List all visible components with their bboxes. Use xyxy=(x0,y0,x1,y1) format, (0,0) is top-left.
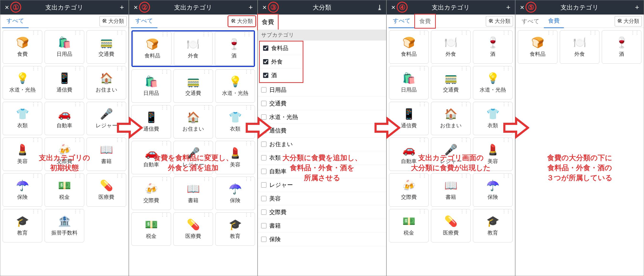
subcategory-row[interactable]: 水道・光熱 xyxy=(258,110,386,124)
subcategory-row[interactable]: 外食 xyxy=(260,55,303,69)
subcategory-row[interactable]: 交通費 xyxy=(258,97,386,110)
category-card[interactable]: ⋮⋮ ☂️ 保険 xyxy=(216,177,255,210)
category-card[interactable]: ⋮⋮ 🍞 食料品 xyxy=(518,30,558,64)
subcategory-checkbox[interactable] xyxy=(263,73,268,78)
category-card[interactable]: ⋮⋮ 🛍️ 日用品 xyxy=(44,30,84,64)
subcategory-label: 保険 xyxy=(269,236,281,243)
category-card[interactable]: ⋮⋮ 💡 水道・光熱 xyxy=(2,66,42,99)
category-card[interactable]: ⋮⋮ 👕 衣類 xyxy=(2,102,42,135)
subcategory-row[interactable]: 通信費 xyxy=(258,124,386,138)
bigcategory-button[interactable]: 🛠大分類 xyxy=(615,16,642,26)
category-card[interactable]: ⋮⋮ 🍽️ 外食 xyxy=(560,30,600,64)
header-action-icon[interactable]: + xyxy=(632,3,642,11)
header-action-icon[interactable]: + xyxy=(117,3,127,11)
tab-all[interactable]: すべて xyxy=(517,14,544,28)
header-action-icon[interactable]: + xyxy=(504,3,513,11)
category-card[interactable]: ⋮⋮ 📖 書籍 xyxy=(431,173,470,207)
category-label: 書籍 xyxy=(446,194,456,201)
drag-dots-icon: ⋮⋮ xyxy=(202,143,211,144)
subcategory-checkbox[interactable] xyxy=(261,87,266,92)
bigcategory-button[interactable]: 🛠大分類 xyxy=(228,16,256,26)
category-icon: 👕 xyxy=(486,108,500,120)
subcategory-row[interactable]: 交際費 xyxy=(258,206,386,219)
subcategory-checkbox[interactable] xyxy=(263,59,268,64)
category-card[interactable]: ⋮⋮ 💊 医療費 xyxy=(431,209,470,242)
caption: 食費を食料品に変更し、 外食と酒を追加 xyxy=(154,153,233,173)
tab-food[interactable]: 食費 xyxy=(544,14,564,28)
subcategory-checkbox[interactable] xyxy=(261,169,266,174)
category-icon: 🚃 xyxy=(100,36,113,49)
category-card[interactable]: ⋮⋮ 💊 医療費 xyxy=(86,173,126,207)
category-label: 書籍 xyxy=(188,197,198,204)
category-card[interactable]: ⋮⋮ 📖 書籍 xyxy=(174,177,213,210)
category-card[interactable]: ⋮⋮ ☂️ 保険 xyxy=(473,173,512,207)
drag-dots-icon: ⋮⋮ xyxy=(160,143,169,144)
category-card[interactable]: ⋮⋮ 🍞 食費 xyxy=(2,30,42,64)
subcategory-checkbox[interactable] xyxy=(261,237,266,242)
category-icon: 🍞 xyxy=(402,36,416,49)
category-card[interactable]: ⋮⋮ 🚃 交通費 xyxy=(86,30,126,64)
subcategory-checkbox[interactable] xyxy=(263,45,268,51)
bigcategory-name-input[interactable]: 食費 xyxy=(258,14,278,29)
subcategory-row[interactable]: 食料品 xyxy=(260,41,303,55)
category-card[interactable]: ⋮⋮ 🍷 酒 xyxy=(215,32,253,65)
category-icon: 🍽️ xyxy=(186,38,200,50)
bigcategory-button[interactable]: 🛠大分類 xyxy=(100,16,127,26)
header-action-icon[interactable]: + xyxy=(246,3,256,11)
tools-icon: 🛠 xyxy=(617,18,622,24)
category-card[interactable]: ⋮⋮ 🍻 交際費 xyxy=(389,173,428,207)
category-card[interactable]: ⋮⋮ 🍷 酒 xyxy=(602,30,642,64)
category-card[interactable]: ⋮⋮ 🍻 交際費 xyxy=(132,177,171,210)
tab-food[interactable]: 食費 xyxy=(415,14,435,28)
subcategory-row[interactable]: 保険 xyxy=(258,233,386,246)
category-card[interactable]: ⋮⋮ 💵 税金 xyxy=(132,212,171,246)
subcategory-checkbox[interactable] xyxy=(261,101,266,106)
category-card[interactable]: ⋮⋮ 🍞 食料品 xyxy=(133,32,172,65)
category-card[interactable]: ⋮⋮ 🚃 交通費 xyxy=(431,66,470,99)
category-card[interactable]: ⋮⋮ 🎓 教育 xyxy=(216,212,255,246)
drag-dots-icon: ⋮⋮ xyxy=(460,68,468,69)
subcategory-checkbox[interactable] xyxy=(261,155,266,160)
category-card[interactable]: ⋮⋮ 🍷 酒 xyxy=(473,30,512,64)
subcategory-row[interactable]: お住まい xyxy=(258,138,386,151)
subcategory-row[interactable]: 日用品 xyxy=(258,83,386,97)
header-title: 支出カテゴリ xyxy=(140,3,246,12)
category-card[interactable]: ⋮⋮ 🏠 お住まい xyxy=(431,102,470,135)
category-card[interactable]: ⋮⋮ ☂️ 保険 xyxy=(2,173,42,207)
category-card[interactable]: ⋮⋮ 🚗 自動車 xyxy=(44,102,84,135)
category-card[interactable]: ⋮⋮ 🍽️ 外食 xyxy=(174,32,212,65)
subcategory-row[interactable]: 酒 xyxy=(260,69,303,82)
category-card[interactable]: ⋮⋮ 📖 書籍 xyxy=(86,138,126,171)
header-action-icon[interactable]: ⤓ xyxy=(375,3,384,12)
subcategory-checkbox[interactable] xyxy=(261,210,266,215)
subcategory-checkbox[interactable] xyxy=(261,223,266,228)
category-card[interactable]: ⋮⋮ 💵 税金 xyxy=(44,173,84,207)
subcategory-checkbox[interactable] xyxy=(261,142,266,147)
tab-all[interactable]: すべて xyxy=(388,14,415,28)
subcategory-checkbox[interactable] xyxy=(261,182,266,188)
category-card[interactable]: ⋮⋮ 🏦 振替手数料 xyxy=(44,209,84,242)
category-card[interactable]: ⋮⋮ 💄 美容 xyxy=(2,138,42,171)
subcategory-checkbox[interactable] xyxy=(261,196,266,201)
category-card[interactable]: ⋮⋮ 💡 水道・光熱 xyxy=(473,66,512,99)
category-card[interactable]: ⋮⋮ 🍽️ 外食 xyxy=(431,30,470,64)
category-card[interactable]: ⋮⋮ 💊 医療費 xyxy=(174,212,213,246)
category-card[interactable]: ⋮⋮ 📱 通信費 xyxy=(44,66,84,99)
subcategory-row[interactable]: 美容 xyxy=(258,192,386,206)
category-card[interactable]: ⋮⋮ 🚃 交通費 xyxy=(174,69,213,103)
category-card[interactable]: ⋮⋮ 🎓 教育 xyxy=(473,209,512,242)
category-card[interactable]: ⋮⋮ 🍞 食料品 xyxy=(389,30,428,64)
tab-all[interactable]: すべて xyxy=(131,14,158,28)
category-card[interactable]: ⋮⋮ 🎓 教育 xyxy=(2,209,42,242)
category-card[interactable]: ⋮⋮ 🏠 お住まい xyxy=(174,105,213,138)
bigcategory-button[interactable]: 🛠大分類 xyxy=(486,16,513,26)
category-card[interactable]: ⋮⋮ 🏠 お住まい xyxy=(86,66,126,99)
category-card[interactable]: ⋮⋮ 💵 税金 xyxy=(389,209,428,242)
drag-dots-icon: ⋮⋮ xyxy=(32,139,40,141)
category-card[interactable]: ⋮⋮ 💡 水道・光熱 xyxy=(216,69,255,103)
category-card[interactable]: ⋮⋮ 🛍️ 日用品 xyxy=(389,66,428,99)
tab-all[interactable]: すべて xyxy=(2,14,28,28)
category-label: 水道・光熱 xyxy=(480,86,506,93)
category-card[interactable]: ⋮⋮ 🛍️ 日用品 xyxy=(132,69,171,103)
subcategory-row[interactable]: 書籍 xyxy=(258,219,386,233)
